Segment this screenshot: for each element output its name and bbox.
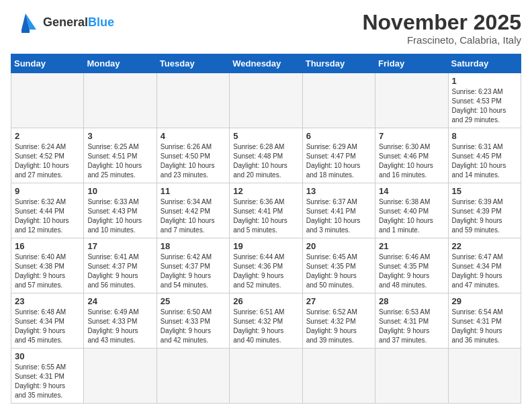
day-number: 5 [233, 131, 298, 141]
day-number: 26 [233, 296, 298, 306]
day-info: Sunrise: 6:42 AM Sunset: 4:37 PM Dayligh… [161, 253, 226, 290]
calendar-row: 1Sunrise: 6:23 AM Sunset: 4:53 PM Daylig… [11, 73, 521, 128]
calendar-cell: 10Sunrise: 6:33 AM Sunset: 4:43 PM Dayli… [84, 183, 157, 238]
day-info: Sunrise: 6:46 AM Sunset: 4:35 PM Dayligh… [379, 253, 444, 290]
calendar-cell [84, 73, 157, 128]
calendar-cell: 3Sunrise: 6:25 AM Sunset: 4:51 PM Daylig… [84, 128, 157, 183]
month-title: November 2025 [362, 11, 521, 34]
day-number: 9 [15, 186, 80, 196]
calendar-cell: 24Sunrise: 6:49 AM Sunset: 4:33 PM Dayli… [84, 293, 157, 349]
calendar-cell: 15Sunrise: 6:39 AM Sunset: 4:39 PM Dayli… [448, 183, 521, 238]
calendar-cell: 20Sunrise: 6:45 AM Sunset: 4:35 PM Dayli… [302, 238, 375, 293]
day-info: Sunrise: 6:28 AM Sunset: 4:48 PM Dayligh… [233, 142, 298, 180]
day-info: Sunrise: 6:25 AM Sunset: 4:51 PM Dayligh… [87, 142, 152, 180]
logo-text: GeneralBlue [43, 16, 114, 30]
day-number: 30 [15, 351, 80, 361]
calendar-row: 16Sunrise: 6:40 AM Sunset: 4:38 PM Dayli… [11, 238, 521, 293]
calendar-cell: 28Sunrise: 6:53 AM Sunset: 4:31 PM Dayli… [375, 293, 448, 349]
day-number: 29 [452, 296, 517, 306]
calendar-cell [84, 349, 157, 404]
day-number: 12 [233, 186, 298, 196]
day-number: 14 [379, 186, 444, 196]
day-number: 25 [161, 296, 226, 306]
header-thursday: Thursday [302, 54, 375, 73]
day-number: 10 [87, 186, 152, 196]
calendar-table: Sunday Monday Tuesday Wednesday Thursday… [11, 54, 521, 404]
day-info: Sunrise: 6:36 AM Sunset: 4:41 PM Dayligh… [233, 197, 298, 235]
title-block: November 2025 Frascineto, Calabria, Ital… [362, 11, 521, 46]
calendar-cell [448, 349, 521, 404]
day-info: Sunrise: 6:45 AM Sunset: 4:35 PM Dayligh… [306, 253, 371, 290]
calendar-row: 30Sunrise: 6:55 AM Sunset: 4:31 PM Dayli… [11, 349, 521, 404]
calendar-cell: 5Sunrise: 6:28 AM Sunset: 4:48 PM Daylig… [230, 128, 302, 183]
day-info: Sunrise: 6:49 AM Sunset: 4:33 PM Dayligh… [87, 308, 152, 345]
calendar-cell: 26Sunrise: 6:51 AM Sunset: 4:32 PM Dayli… [230, 293, 302, 349]
calendar-cell: 21Sunrise: 6:46 AM Sunset: 4:35 PM Dayli… [375, 238, 448, 293]
day-number: 6 [306, 131, 371, 141]
day-number: 23 [15, 296, 80, 306]
day-number: 27 [306, 296, 371, 306]
day-number: 19 [233, 241, 298, 251]
day-info: Sunrise: 6:54 AM Sunset: 4:31 PM Dayligh… [452, 308, 517, 345]
calendar-cell: 4Sunrise: 6:26 AM Sunset: 4:50 PM Daylig… [157, 128, 229, 183]
calendar-row: 2Sunrise: 6:24 AM Sunset: 4:52 PM Daylig… [11, 128, 521, 183]
calendar-cell [230, 73, 302, 128]
day-number: 28 [379, 296, 444, 306]
header-friday: Friday [375, 54, 448, 73]
day-info: Sunrise: 6:52 AM Sunset: 4:32 PM Dayligh… [306, 308, 371, 345]
day-number: 15 [452, 186, 517, 196]
day-info: Sunrise: 6:55 AM Sunset: 4:31 PM Dayligh… [15, 363, 80, 400]
day-info: Sunrise: 6:34 AM Sunset: 4:42 PM Dayligh… [161, 197, 226, 235]
day-number: 24 [87, 296, 152, 306]
header-wednesday: Wednesday [230, 54, 302, 73]
calendar-cell: 23Sunrise: 6:48 AM Sunset: 4:34 PM Dayli… [11, 293, 84, 349]
day-info: Sunrise: 6:53 AM Sunset: 4:31 PM Dayligh… [379, 308, 444, 345]
svg-rect-2 [21, 30, 30, 33]
calendar-cell: 2Sunrise: 6:24 AM Sunset: 4:52 PM Daylig… [11, 128, 84, 183]
calendar-cell [157, 349, 229, 404]
day-number: 3 [87, 131, 152, 141]
day-number: 17 [87, 241, 152, 251]
header-sunday: Sunday [11, 54, 84, 73]
calendar-cell: 22Sunrise: 6:47 AM Sunset: 4:34 PM Dayli… [448, 238, 521, 293]
header-monday: Monday [84, 54, 157, 73]
calendar-cell: 17Sunrise: 6:41 AM Sunset: 4:37 PM Dayli… [84, 238, 157, 293]
page-header: GeneralBlue November 2025 Frascineto, Ca… [11, 11, 521, 46]
calendar-cell: 19Sunrise: 6:44 AM Sunset: 4:36 PM Dayli… [230, 238, 302, 293]
calendar-cell: 13Sunrise: 6:37 AM Sunset: 4:41 PM Dayli… [302, 183, 375, 238]
calendar-cell: 14Sunrise: 6:38 AM Sunset: 4:40 PM Dayli… [375, 183, 448, 238]
day-info: Sunrise: 6:29 AM Sunset: 4:47 PM Dayligh… [306, 142, 371, 180]
day-info: Sunrise: 6:26 AM Sunset: 4:50 PM Dayligh… [161, 142, 226, 180]
day-info: Sunrise: 6:44 AM Sunset: 4:36 PM Dayligh… [233, 253, 298, 290]
calendar-cell: 7Sunrise: 6:30 AM Sunset: 4:46 PM Daylig… [375, 128, 448, 183]
day-info: Sunrise: 6:48 AM Sunset: 4:34 PM Dayligh… [15, 308, 80, 345]
day-number: 18 [161, 241, 226, 251]
day-info: Sunrise: 6:33 AM Sunset: 4:43 PM Dayligh… [87, 197, 152, 235]
calendar-cell [302, 349, 375, 404]
day-number: 22 [452, 241, 517, 251]
day-info: Sunrise: 6:31 AM Sunset: 4:45 PM Dayligh… [452, 142, 517, 180]
logo-icon [11, 11, 40, 35]
logo: GeneralBlue [11, 11, 114, 35]
calendar-cell: 11Sunrise: 6:34 AM Sunset: 4:42 PM Dayli… [157, 183, 229, 238]
calendar-cell [375, 73, 448, 128]
day-info: Sunrise: 6:50 AM Sunset: 4:33 PM Dayligh… [161, 308, 226, 345]
calendar-cell: 18Sunrise: 6:42 AM Sunset: 4:37 PM Dayli… [157, 238, 229, 293]
day-info: Sunrise: 6:24 AM Sunset: 4:52 PM Dayligh… [15, 142, 80, 180]
day-number: 16 [15, 241, 80, 251]
calendar-row: 9Sunrise: 6:32 AM Sunset: 4:44 PM Daylig… [11, 183, 521, 238]
calendar-row: 23Sunrise: 6:48 AM Sunset: 4:34 PM Dayli… [11, 293, 521, 349]
day-info: Sunrise: 6:37 AM Sunset: 4:41 PM Dayligh… [306, 197, 371, 235]
day-info: Sunrise: 6:30 AM Sunset: 4:46 PM Dayligh… [379, 142, 444, 180]
day-info: Sunrise: 6:32 AM Sunset: 4:44 PM Dayligh… [15, 197, 80, 235]
day-number: 20 [306, 241, 371, 251]
day-number: 21 [379, 241, 444, 251]
day-number: 11 [161, 186, 226, 196]
header-saturday: Saturday [448, 54, 521, 73]
calendar-cell [375, 349, 448, 404]
calendar-cell: 8Sunrise: 6:31 AM Sunset: 4:45 PM Daylig… [448, 128, 521, 183]
day-info: Sunrise: 6:38 AM Sunset: 4:40 PM Dayligh… [379, 197, 444, 235]
day-number: 8 [452, 131, 517, 141]
header-tuesday: Tuesday [157, 54, 229, 73]
day-number: 13 [306, 186, 371, 196]
